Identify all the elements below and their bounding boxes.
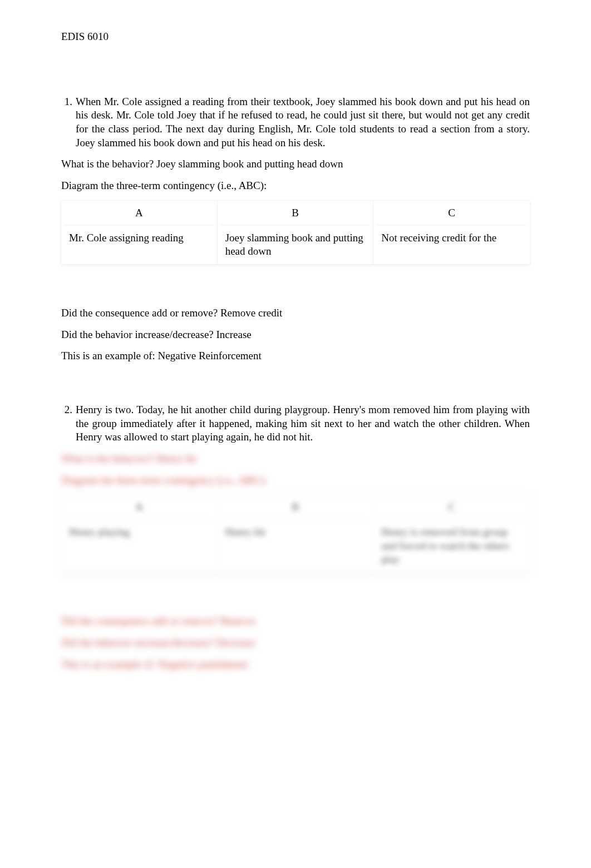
col-c-header: C [373, 201, 530, 226]
q2-consequence-label: Did the consequence add or remove? [61, 615, 220, 627]
q1-behavior-line: What is the behavior? Joey slamming book… [61, 157, 530, 171]
q1-example-answer: Negative Reinforcement [158, 350, 262, 361]
table-header-row: A B C [61, 201, 530, 226]
q1-cell-c: Not receiving credit for the [373, 226, 530, 264]
question-1-number: 1. [61, 95, 76, 150]
q1-consequence-line: Did the consequence add or remove? Remov… [61, 306, 530, 320]
q1-diagram-label: Diagram the three-term contingency (i.e.… [61, 179, 530, 193]
q2-example-answer: Negative punishment [158, 658, 248, 670]
q1-example-label: This is an example of: [61, 350, 158, 361]
q2-change-line: Did the behavior increase/decrease? Decr… [61, 636, 530, 650]
q2-cell-a: Henry playing [61, 520, 218, 572]
col-b-header: B [218, 495, 374, 520]
col-b-header: B [218, 201, 374, 226]
q1-change-label: Did the behavior increase/decrease? [61, 329, 216, 340]
table-row: Mr. Cole assigning reading Joey slamming… [61, 226, 530, 264]
q2-consequence-answer: Remove [220, 615, 255, 627]
q2-behavior-line: What is the behavior? Henry hit [61, 452, 530, 466]
q2-diagram-label: Diagram the three-term contingency (i.e.… [61, 474, 530, 488]
col-a-header: A [61, 495, 218, 520]
q2-cell-c: Henry is removed from group and forced t… [373, 520, 530, 572]
question-2-prompt: Henry is two. Today, he hit another chil… [76, 403, 530, 444]
q2-change-answer: Decrease [216, 637, 255, 648]
course-header: EDIS 6010 [61, 30, 530, 44]
document-page: EDIS 6010 1. When Mr. Cole assigned a re… [0, 0, 591, 868]
q1-behavior-label: What is the behavior? [61, 158, 156, 170]
q2-blurred-answers: Did the consequence add or remove? Remov… [61, 614, 530, 671]
q1-abc-table: A B C Mr. Cole assigning reading Joey sl… [61, 201, 530, 264]
q1-change-answer: Increase [216, 329, 252, 340]
col-c-header: C [373, 495, 530, 520]
q2-example-label: This is an example of: [61, 658, 158, 670]
q2-cell-b: Henry hit [218, 520, 374, 572]
q1-consequence-label: Did the consequence add or remove? [61, 307, 220, 319]
q1-example-line: This is an example of: Negative Reinforc… [61, 349, 530, 363]
q1-change-line: Did the behavior increase/decrease? Incr… [61, 328, 530, 342]
table-row: Henry playing Henry hit Henry is removed… [61, 520, 530, 572]
q1-cell-a: Mr. Cole assigning reading [61, 226, 218, 264]
q2-consequence-line: Did the consequence add or remove? Remov… [61, 614, 530, 628]
q2-behavior-answer: Henry hit [156, 453, 196, 464]
q2-blurred-section: What is the behavior? Henry hit Diagram … [61, 452, 530, 487]
q2-behavior-label: What is the behavior? [61, 453, 156, 464]
question-1-prompt: When Mr. Cole assigned a reading from th… [76, 95, 530, 150]
q2-example-line: This is an example of: Negative punishme… [61, 658, 530, 672]
question-2: 2. Henry is two. Today, he hit another c… [61, 403, 530, 444]
q1-cell-b: Joey slamming book and putting head down [218, 226, 374, 264]
question-1: 1. When Mr. Cole assigned a reading from… [61, 95, 530, 150]
q1-consequence-answer: Remove credit [220, 307, 282, 319]
table-header-row: A B C [61, 495, 530, 520]
q2-abc-table: A B C Henry playing Henry hit Henry is r… [61, 495, 530, 572]
col-a-header: A [61, 201, 218, 226]
question-2-number: 2. [61, 403, 76, 444]
q2-change-label: Did the behavior increase/decrease? [61, 637, 216, 648]
q1-behavior-answer: Joey slamming book and putting head down [156, 158, 343, 170]
